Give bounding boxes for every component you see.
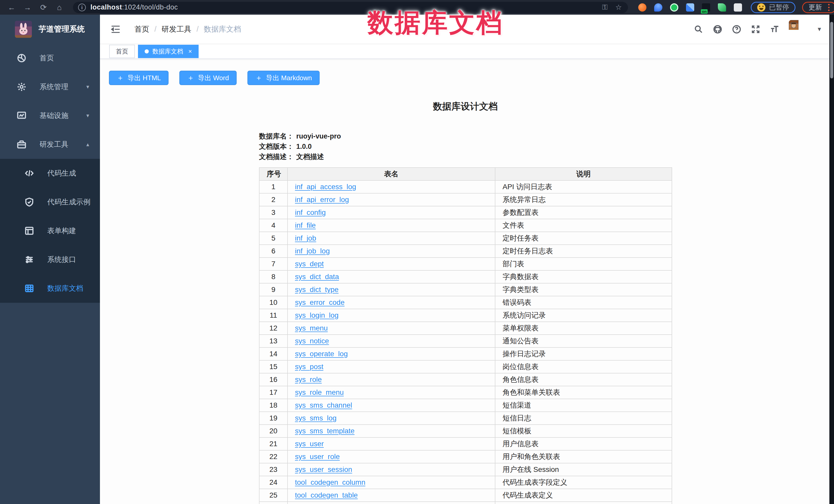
main-area: 首页 / 研发工具 / 数据库文档 bbox=[100, 15, 829, 504]
cell-description: 用户信息表 bbox=[495, 437, 672, 450]
shield-check-icon bbox=[24, 196, 35, 208]
extension-leaf-icon[interactable] bbox=[718, 3, 726, 12]
cell-description: 短信日志 bbox=[495, 412, 672, 424]
cell-table-name: sys_role_menu bbox=[287, 386, 495, 399]
scrollbar-thumb[interactable] bbox=[830, 22, 833, 79]
table-name-link[interactable]: sys_error_code bbox=[295, 299, 345, 306]
extension-pin-icon[interactable] bbox=[654, 3, 662, 12]
cell-index: 10 bbox=[259, 296, 287, 309]
extension-switch-icon[interactable]: on bbox=[702, 3, 710, 12]
cell-index: 24 bbox=[259, 476, 287, 489]
cell-description: 字典类型表 bbox=[495, 502, 672, 504]
github-icon[interactable] bbox=[713, 24, 723, 34]
sidebar-fold-icon[interactable] bbox=[110, 24, 121, 35]
search-icon[interactable] bbox=[694, 24, 703, 34]
table-name-link[interactable]: sys_user bbox=[295, 440, 324, 448]
table-name-link[interactable]: sys_role_menu bbox=[295, 388, 344, 396]
cell-description: 定时任务日志表 bbox=[495, 245, 672, 258]
doc-meta-value: 1.0.0 bbox=[296, 143, 312, 150]
tab-db-doc[interactable]: 数据库文档 × bbox=[138, 45, 199, 58]
paused-badge[interactable]: 已暂停 bbox=[751, 2, 795, 13]
app-logo-row[interactable]: 芋道管理系统 bbox=[0, 15, 100, 44]
dashboard-icon bbox=[16, 52, 27, 64]
tab-home[interactable]: 首页 bbox=[109, 45, 135, 58]
tables-overview-table: 序号 表名 说明 1inf_api_access_logAPI 访问日志表2in… bbox=[259, 167, 672, 504]
table-name-link[interactable]: inf_job_log bbox=[295, 247, 330, 255]
sidebar-menu: 首页系统管理▾基础设施▾研发工具▴代码生成代码生成示例表单构建系统接口数据库文档 bbox=[0, 44, 100, 303]
table-name-link[interactable]: sys_sms_channel bbox=[295, 401, 352, 409]
url-text: localhost:1024/tool/db-doc bbox=[90, 3, 178, 11]
browser-menu-icon[interactable] bbox=[828, 4, 830, 5]
cell-index: 25 bbox=[259, 489, 287, 502]
font-size-icon[interactable] bbox=[770, 24, 780, 34]
table-name-link[interactable]: sys_notice bbox=[295, 337, 329, 345]
extension-orange-icon[interactable] bbox=[638, 3, 646, 12]
table-name-link[interactable]: sys_dict_data bbox=[295, 273, 339, 281]
column-header-index: 序号 bbox=[259, 168, 287, 180]
site-info-icon[interactable]: i bbox=[78, 4, 86, 11]
table-name-link[interactable]: sys_login_log bbox=[295, 311, 338, 319]
table-name-link[interactable]: tool_codegen_table bbox=[295, 491, 358, 499]
tabs-bar: 首页 数据库文档 × bbox=[100, 44, 829, 59]
breadcrumb-home[interactable]: 首页 bbox=[134, 24, 149, 35]
table-name-link[interactable]: inf_config bbox=[295, 209, 326, 216]
sidebar-subitem-2[interactable]: 表单构建 bbox=[0, 216, 100, 245]
cell-description: 定时任务表 bbox=[495, 232, 672, 245]
extension-grid-icon[interactable] bbox=[686, 3, 694, 12]
table-name-link[interactable]: sys_user_role bbox=[295, 453, 340, 461]
sidebar-subitem-0[interactable]: 代码生成 bbox=[0, 159, 100, 188]
extensions-puzzle-icon[interactable] bbox=[734, 3, 742, 12]
cell-index: 8 bbox=[259, 270, 287, 283]
table-name-link[interactable]: sys_dict_type bbox=[295, 286, 338, 293]
bookmark-star-icon[interactable]: ☆ bbox=[615, 3, 622, 12]
table-name-link[interactable]: sys_user_session bbox=[295, 465, 352, 474]
app-title: 芋道管理系统 bbox=[39, 24, 85, 35]
forward-icon[interactable]: → bbox=[23, 3, 32, 12]
table-name-link[interactable]: sys_dept bbox=[295, 260, 324, 268]
address-bar[interactable]: i localhost:1024/tool/db-doc ⚿ ☆ bbox=[73, 2, 628, 13]
table-name-link[interactable]: sys_operate_log bbox=[295, 350, 348, 358]
table-name-link[interactable]: inf_api_access_log bbox=[295, 183, 356, 191]
table-name-link[interactable]: sys_sms_template bbox=[295, 427, 355, 435]
export-word-button[interactable]: ＋导出 Word bbox=[179, 71, 237, 85]
table-name-link[interactable]: inf_api_error_log bbox=[295, 196, 349, 203]
update-button[interactable]: 更新 bbox=[802, 2, 834, 13]
table-name-link[interactable]: inf_file bbox=[295, 221, 316, 229]
table-name-link[interactable]: tool_codegen_column bbox=[295, 478, 365, 486]
back-icon[interactable]: ← bbox=[7, 3, 16, 12]
export-markdown-button[interactable]: ＋导出 Markdown bbox=[247, 71, 320, 85]
cell-table-name: tool_codegen_table bbox=[287, 489, 495, 502]
home-icon[interactable]: ⌂ bbox=[55, 3, 64, 12]
extension-check-icon[interactable] bbox=[670, 3, 678, 12]
table-row: 9sys_dict_type字典类型表 bbox=[259, 283, 672, 296]
sidebar-item-2[interactable]: 基础设施▾ bbox=[0, 101, 100, 130]
toolbox-icon bbox=[16, 139, 27, 150]
reload-icon[interactable]: ⟳ bbox=[39, 3, 48, 12]
avatar-caret-icon[interactable]: ▼ bbox=[816, 26, 822, 32]
window-scrollbar[interactable] bbox=[829, 15, 834, 504]
table-name-link[interactable]: sys_menu bbox=[295, 324, 328, 332]
sidebar-subitem-label: 代码生成 bbox=[47, 168, 76, 178]
export-html-button[interactable]: ＋导出 HTML bbox=[109, 71, 169, 85]
user-avatar[interactable] bbox=[789, 20, 807, 39]
tab-close-icon[interactable]: × bbox=[188, 48, 192, 55]
sidebar-subitem-4[interactable]: 数据库文档 bbox=[0, 274, 100, 303]
table-name-link[interactable]: sys_role bbox=[295, 375, 322, 384]
doc-meta-label: 文档版本： bbox=[259, 143, 294, 150]
cell-description: 参数配置表 bbox=[495, 206, 672, 219]
help-icon[interactable] bbox=[732, 24, 742, 34]
sidebar-subitem-label: 数据库文档 bbox=[47, 284, 83, 293]
chevron-up-icon: ▴ bbox=[86, 141, 89, 148]
sidebar-item-3[interactable]: 研发工具▴ bbox=[0, 130, 100, 159]
sidebar-subitem-1[interactable]: 代码生成示例 bbox=[0, 188, 100, 216]
breadcrumb-section[interactable]: 研发工具 bbox=[161, 24, 192, 35]
sidebar-item-1[interactable]: 系统管理▾ bbox=[0, 72, 100, 101]
cell-description: 字典数据表 bbox=[495, 270, 672, 283]
sidebar-subitem-3[interactable]: 系统接口 bbox=[0, 245, 100, 274]
table-name-link[interactable]: sys_post bbox=[295, 363, 324, 371]
table-name-link[interactable]: inf_job bbox=[295, 234, 316, 242]
sidebar-item-0[interactable]: 首页 bbox=[0, 44, 100, 72]
fullscreen-icon[interactable] bbox=[751, 24, 761, 34]
password-key-icon[interactable]: ⚿ bbox=[602, 3, 608, 12]
table-name-link[interactable]: sys_sms_log bbox=[295, 414, 336, 422]
